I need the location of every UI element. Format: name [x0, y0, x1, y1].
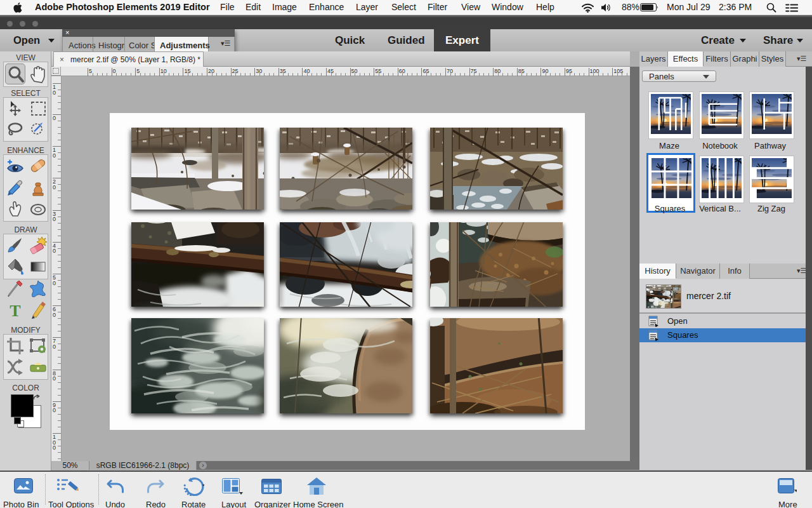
svg-text:T: T: [10, 302, 20, 319]
